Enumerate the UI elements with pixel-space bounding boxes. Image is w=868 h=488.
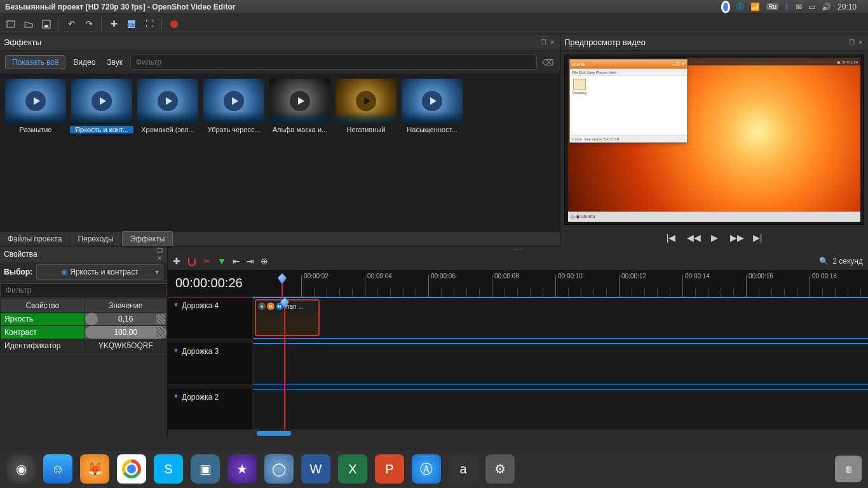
redo-button[interactable]: ↷ [82,17,96,31]
timeline-clip[interactable]: ▾SBhan ... [255,299,320,336]
jump-start-button[interactable]: |◀ [665,233,677,243]
fast-forward-button[interactable]: ▶▶ [730,233,742,243]
effects-grid: РазмытиеЯркость и конт...Хромакей (зел..… [0,74,560,231]
dock-trash-icon[interactable]: 🗑 [835,456,862,482]
preview-viewport[interactable]: Applications Places System▣ ⚙ ✉ 1:34 ubu… [564,55,864,225]
new-project-button[interactable] [4,17,18,31]
track-header[interactable]: ▼Дорожка 4 [168,297,253,339]
timecode-display: 00:00:00:26 [175,276,243,290]
filter-show-all-button[interactable]: Показать всё [5,55,65,69]
save-project-button[interactable] [39,17,53,31]
selection-dropdown[interactable]: ◉Яркость и контраст [36,264,163,280]
dock-thunderbird-icon[interactable]: ◯ [264,454,294,484]
effects-filter-bar: Показать всё Видео Звук ⌫ [0,51,560,74]
preview-panel: Предпросмотр видео ❐✕ Applications Place… [560,34,868,247]
svg-text:720: 720 [127,22,136,28]
chrome-tray-icon[interactable] [721,3,730,11]
filter-audio-button[interactable]: Звук [103,56,126,69]
dock-word-icon[interactable]: W [301,454,330,484]
panel-close-icon[interactable]: ✕ [156,254,163,262]
dock-chrome-icon[interactable] [117,454,146,484]
panel-undock-icon[interactable]: ❐ [848,39,855,46]
property-row[interactable]: ИдентификаторYKQWK5OQRF [1,339,167,353]
track-lane[interactable]: ▾SBhan ... [253,297,868,339]
tab-effects[interactable]: Эффекты [122,231,173,246]
next-marker-button[interactable]: ⇥ [247,256,254,266]
volume-icon[interactable]: 🔊 [822,3,831,11]
tab-project-files[interactable]: Файлы проекта [0,232,70,246]
panel-close-icon[interactable]: ✕ [548,39,556,46]
dock-photos-icon[interactable]: ▣ [191,454,220,484]
razor-button[interactable]: ✂ [203,256,211,266]
properties-table: Свойство Значение Яркость0,16Контраст100… [0,299,167,353]
bluetooth-icon[interactable]: ᛒ [785,3,789,11]
effect-label: Альфа маска и... [268,126,332,133]
project-tabs: Файлы проекта Переходы Эффекты [0,231,560,247]
preview-panel-title: Предпросмотр видео [564,37,646,47]
effect-item[interactable]: Убрать чересс... [202,79,266,133]
col-value: Значение [85,299,166,313]
dock-firefox-icon[interactable]: 🦊 [80,454,109,484]
open-project-button[interactable] [22,17,36,31]
add-track-button[interactable]: ✚ [173,256,180,266]
mail-icon[interactable]: ✉ [796,3,802,11]
effect-label: Яркость и конт... [70,126,133,133]
skype-tray-icon[interactable]: Ⓢ [736,1,744,12]
clear-filter-icon[interactable]: ⌫ [541,55,555,69]
import-files-button[interactable]: ✚ [107,17,121,31]
dock-imovie-icon[interactable]: ★ [227,454,257,484]
dock-finder-icon[interactable]: ☺ [43,454,72,484]
tab-transitions[interactable]: Переходы [70,232,121,246]
track-header[interactable]: ▼Дорожка 3 [168,343,253,384]
wifi-icon[interactable]: 📶 [750,3,760,11]
dock-amazon-icon[interactable]: a [449,454,478,484]
rewind-button[interactable]: ◀◀ [687,233,698,243]
prev-marker-button[interactable]: ⇤ [233,256,240,266]
profile-button[interactable]: 720 [125,17,139,31]
track-header[interactable]: ▼Дорожка 2 [168,389,253,430]
battery-icon[interactable]: ▭ [808,3,815,11]
system-tray: Ⓢ 📶 Ru ᛒ ✉ ▭ 🔊 20:10 [721,1,863,12]
effect-item[interactable]: Негативный [334,79,398,133]
dock-settings-icon[interactable]: ⚙ [485,454,515,484]
track-lane[interactable] [253,389,868,430]
effect-item[interactable]: Альфа маска и... [268,79,332,133]
play-button[interactable]: ▶ [709,233,720,243]
panel-close-icon[interactable]: ✕ [857,39,864,46]
jump-end-button[interactable]: ▶| [752,233,763,243]
effects-filter-input[interactable] [130,55,537,70]
fullscreen-button[interactable]: ⛶ [142,17,156,31]
properties-filter-input[interactable] [0,283,167,297]
property-row[interactable]: Контраст100,00 [1,326,167,339]
effect-item[interactable]: Хромакей (зел... [136,79,200,133]
effect-item[interactable]: Насыщенност... [400,79,464,133]
effect-item[interactable]: Яркость и конт... [70,79,133,133]
panel-grip[interactable]: ┅┅┅ [168,247,868,252]
dock-ubuntu-icon[interactable]: ◉ [6,454,36,484]
keyboard-layout-indicator[interactable]: Ru [766,3,778,10]
track-lane[interactable] [253,343,868,384]
filter-video-button[interactable]: Видео [69,56,99,69]
property-row[interactable]: Яркость0,16 [1,313,167,326]
timeline-panel: ┅┅┅ ✚ ✂ ▼ ⇤ ⇥ ⊕ 🔍 2 секунд 00:00:00:26 0… [168,247,868,437]
zoom-out-icon[interactable]: 🔍 [819,257,829,266]
timeline-horizontal-scrollbar[interactable] [168,430,868,437]
center-playhead-button[interactable]: ⊕ [261,256,268,266]
clock[interactable]: 20:10 [837,3,857,11]
dock-skype-icon[interactable]: S [154,454,183,484]
dock-excel-icon[interactable]: X [338,454,367,484]
export-button[interactable] [167,17,181,31]
dock-powerpoint-icon[interactable]: P [375,454,404,484]
effect-label: Убрать чересс... [202,126,266,133]
undo-button[interactable]: ↶ [64,17,78,31]
snap-button[interactable] [187,256,197,266]
svg-rect-0 [7,21,15,27]
timeline-toolbar: ✚ ✂ ▼ ⇤ ⇥ ⊕ 🔍 2 секунд [168,252,868,271]
timeline-track: ▼Дорожка 4▾SBhan ... [168,297,868,339]
timeline-ruler[interactable]: 00:00:00:26 00:00:0200:00:0400:00:0600:0… [168,271,868,297]
panel-undock-icon[interactable]: ❐ [156,247,163,254]
marker-button[interactable]: ▼ [217,256,226,266]
dock-appstore-icon[interactable]: Ⓐ [412,454,441,484]
effect-item[interactable]: Размытие [4,79,67,133]
panel-undock-icon[interactable]: ❐ [539,39,547,46]
